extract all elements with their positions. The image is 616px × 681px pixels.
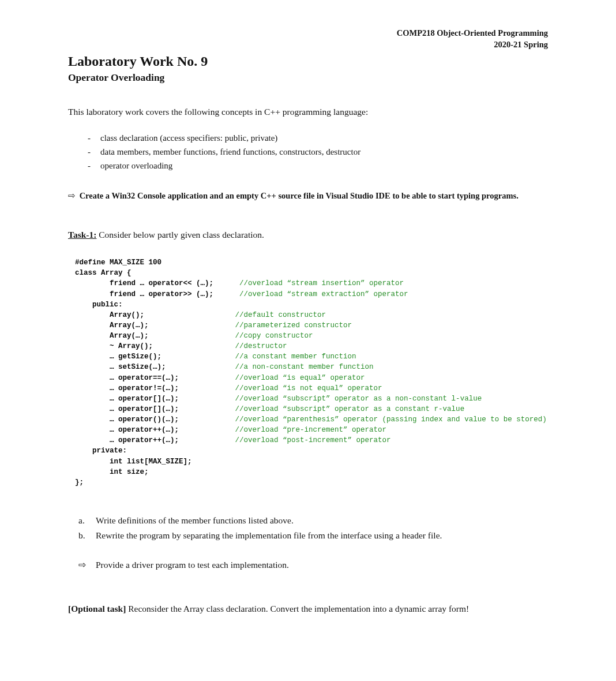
code-comment: //overload “pre-increment” operator: [235, 426, 387, 434]
code-line: … operator[](…); //overload “subscript” …: [75, 395, 482, 403]
code-comment: //default constructor: [235, 311, 326, 319]
optional-task: [Optional task] Reconsider the Array cla…: [68, 604, 548, 614]
code-comment: //overload “stream insertion” operator: [239, 279, 404, 287]
code-left: Array();: [75, 311, 144, 319]
bullet-dash: -: [88, 145, 100, 159]
driver-text: Provide a driver program to test each im…: [96, 557, 289, 573]
term-line: 2020-21 Spring: [68, 39, 548, 51]
task-heading: Task-1: Consider below partly given clas…: [68, 230, 548, 240]
code-block: #define MAX_SIZE 100 class Array { frien…: [75, 257, 548, 488]
code-line: … operator++(…); //overload “pre-increme…: [75, 426, 386, 434]
code-comment: //overload “post-increment” operator: [235, 436, 391, 444]
list-marker: b.: [78, 528, 96, 543]
code-left: … operator++(…);: [75, 436, 179, 444]
code-comment: //overload “parenthesis” operator (passi…: [235, 416, 547, 424]
list-item: - operator overloading: [88, 159, 548, 173]
bullet-dash: -: [88, 159, 100, 173]
code-left: … operator==(…);: [75, 374, 179, 382]
code-left: … operator++(…);: [75, 426, 179, 434]
code-line: friend … operator<< (…); //overload “str…: [75, 279, 404, 287]
code-line: … operator==(…); //overload “is equal” o…: [75, 374, 365, 382]
code-left: friend … operator<< (…);: [75, 279, 213, 287]
code-left: Array(…);: [75, 321, 149, 330]
task-label: Task-1:: [68, 230, 96, 240]
code-comment: //overload “subscript” operator as a non…: [235, 395, 482, 403]
code-line: Array(…); //copy constructor: [75, 332, 313, 340]
code-left: ~ Array();: [75, 342, 153, 350]
code-left: Array(…);: [75, 332, 149, 340]
code-line: … operator[](…); //overload “subscript” …: [75, 405, 464, 413]
code-line: int size;: [75, 468, 149, 476]
code-left: … operator()(…);: [75, 416, 179, 424]
code-line: friend … operator>> (…); //overload “str…: [75, 290, 408, 298]
concept-list: - class declaration (access specifiers: …: [88, 131, 548, 173]
document-page: COMP218 Object-Oriented Programming 2020…: [0, 0, 616, 681]
code-left: … operator[](…);: [75, 405, 179, 413]
list-item: - data members, member functions, friend…: [88, 145, 548, 159]
list-item-label: operator overloading: [100, 159, 172, 173]
code-line: … operator!=(…); //overload “is not equa…: [75, 384, 382, 392]
code-left: … operator[](…);: [75, 395, 179, 403]
list-item-label: Write definitions of the member function…: [96, 513, 294, 528]
code-line: public:: [75, 301, 123, 309]
list-item: - class declaration (access specifiers: …: [88, 131, 548, 145]
code-left: … getSize();: [75, 353, 161, 361]
code-comment: //overload “stream extraction” operator: [239, 290, 408, 298]
code-comment: //overload “subscript” operator as a con…: [235, 405, 465, 413]
code-left: friend … operator>> (…);: [75, 290, 213, 298]
list-item-label: Rewrite the program by separating the im…: [96, 528, 442, 543]
instruction-line: ⇨ Create a Win32 Console application and…: [68, 191, 548, 201]
code-line: private:: [75, 447, 127, 455]
code-line: Array(); //default constructor: [75, 311, 326, 319]
code-comment: //a non-constant member function: [235, 363, 374, 371]
optional-text: Reconsider the Array class declaration. …: [126, 604, 469, 613]
code-line: … getSize(); //a constant member functio…: [75, 353, 356, 361]
subtask-list: a. Write definitions of the member funct…: [78, 513, 548, 544]
code-line: … operator++(…); //overload “post-increm…: [75, 436, 391, 444]
instruction-text: Create a Win32 Console application and a…: [80, 191, 519, 200]
list-item-label: class declaration (access specifiers: pu…: [100, 131, 277, 145]
bullet-dash: -: [88, 131, 100, 145]
code-left: … operator!=(…);: [75, 384, 179, 392]
code-left: … setSize(…);: [75, 363, 166, 371]
page-title: Laboratory Work No. 9: [68, 54, 548, 69]
code-line: … operator()(…); //overload “parenthesis…: [75, 416, 547, 424]
task-text: Consider below partly given class declar…: [96, 230, 264, 240]
list-marker: a.: [78, 513, 96, 528]
header-block: COMP218 Object-Oriented Programming 2020…: [68, 28, 548, 50]
driver-line: ⇨ Provide a driver program to test each …: [78, 557, 548, 573]
code-line: int list[MAX_SIZE];: [75, 458, 192, 466]
list-item: ⇨ Provide a driver program to test each …: [78, 557, 548, 573]
code-comment: //parameterized constructor: [235, 321, 352, 330]
code-comment: //copy constructor: [235, 332, 313, 340]
page-subtitle: Operator Overloading: [68, 72, 548, 84]
arrow-right-icon: ⇨: [78, 557, 96, 573]
code-comment: //overload “is equal” operator: [235, 374, 365, 382]
intro-paragraph: This laboratory work covers the followin…: [68, 107, 548, 117]
code-comment: //overload “is not equal” operator: [235, 384, 382, 392]
code-comment: //destructor: [235, 342, 287, 350]
code-line: ~ Array(); //destructor: [75, 342, 287, 350]
list-item: b. Rewrite the program by separating the…: [78, 528, 548, 543]
list-item-label: data members, member functions, friend f…: [100, 145, 360, 159]
code-line: #define MAX_SIZE 100: [75, 259, 161, 267]
code-line: };: [75, 478, 84, 487]
code-comment: //a constant member function: [235, 353, 356, 361]
code-line: Array(…); //parameterized constructor: [75, 321, 352, 330]
code-line: class Array {: [75, 269, 132, 277]
arrow-right-icon: ⇨: [68, 191, 76, 201]
list-item: a. Write definitions of the member funct…: [78, 513, 548, 528]
code-line: … setSize(…); //a non-constant member fu…: [75, 363, 374, 371]
course-line: COMP218 Object-Oriented Programming: [68, 28, 548, 39]
optional-label: [Optional task]: [68, 604, 126, 613]
